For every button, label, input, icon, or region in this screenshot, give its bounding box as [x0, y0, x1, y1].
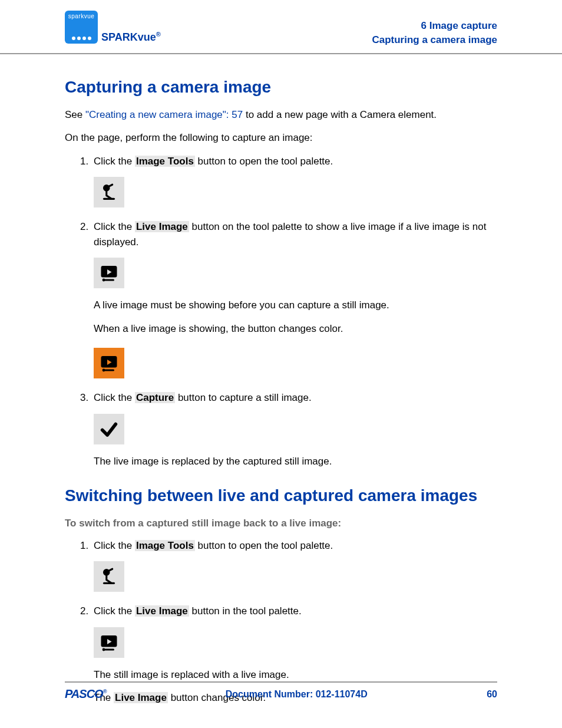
- capture-label: Capture: [135, 392, 175, 403]
- text: See: [65, 109, 85, 120]
- svg-point-13: [103, 648, 105, 651]
- image-tools-label: Image Tools: [135, 156, 195, 167]
- section1-intro2: On the page, perform the following to ca…: [65, 130, 497, 146]
- text: button to capture a still image.: [175, 392, 312, 403]
- svg-point-4: [103, 279, 105, 282]
- section1-intro: See "Creating a new camera image": 57 to…: [65, 107, 497, 123]
- image-tools-label: Image Tools: [135, 540, 195, 551]
- pasco-logo: PASCO®: [65, 687, 106, 701]
- topic-line: Capturing a camera image: [372, 33, 497, 47]
- product-name: SPARKvue®: [101, 31, 161, 44]
- svg-rect-7: [104, 370, 114, 371]
- document-number: Document Number: 012-11074D: [226, 689, 368, 700]
- image-tools-icon: [94, 177, 124, 207]
- live-image-active-icon: [94, 348, 124, 378]
- live-image-label: Live Image: [135, 605, 189, 617]
- text: Click the: [94, 156, 135, 167]
- sparkvue-logo: sparkvue: [65, 11, 98, 44]
- svg-point-8: [103, 369, 105, 372]
- image-tools-icon: [94, 561, 124, 592]
- text: to add a new page with a Camera element.: [243, 109, 437, 120]
- chapter-line: 6 Image capture: [372, 19, 497, 33]
- step-1: Click the Image Tools button to open the…: [91, 154, 497, 214]
- page-footer: PASCO® Document Number: 012-11074D 60: [65, 681, 497, 701]
- step-2: Click the Live Image button on the tool …: [91, 219, 497, 384]
- logo-text: sparkvue: [65, 13, 98, 19]
- text: Click the: [94, 392, 135, 403]
- cross-reference-link[interactable]: "Creating a new camera image": 57: [85, 109, 243, 120]
- step2-note1: The still image is replaced with a live …: [94, 667, 497, 683]
- text: button to open the tool palette.: [195, 156, 333, 167]
- section1-title: Capturing a camera image: [65, 78, 497, 97]
- brand-text: PASCO: [65, 687, 103, 700]
- svg-rect-3: [104, 279, 114, 281]
- text: button to open the tool palette.: [195, 540, 333, 551]
- section2-title: Switching between live and captured came…: [65, 486, 497, 505]
- svg-rect-12: [104, 648, 114, 650]
- page-content: Capturing a camera image See "Creating a…: [0, 54, 562, 706]
- section2-steps: Click the Image Tools button to open the…: [65, 538, 497, 706]
- header-right: 6 Image capture Capturing a camera image: [372, 11, 497, 47]
- text: button in the tool palette.: [189, 605, 302, 617]
- step2-note2: When a live image is showing, the button…: [94, 321, 497, 337]
- live-image-label: Live Image: [135, 221, 189, 232]
- registered-mark: ®: [156, 31, 161, 38]
- text: Click the: [94, 221, 135, 232]
- document-page: sparkvue SPARKvue® 6 Image capture Captu…: [0, 0, 562, 728]
- step-3: Click the Capture button to capture a st…: [91, 390, 497, 469]
- logo-dots-icon: [65, 37, 98, 40]
- live-image-icon: [94, 627, 124, 658]
- live-image-icon: [94, 258, 124, 288]
- header-left: sparkvue SPARKvue®: [65, 11, 161, 44]
- section2-sub: To switch from a captured still image ba…: [65, 516, 497, 531]
- section1-steps: Click the Image Tools button to open the…: [65, 154, 497, 469]
- step2-note1: A live image must be showing before you …: [94, 298, 497, 313]
- page-header: sparkvue SPARKvue® 6 Image capture Captu…: [0, 0, 562, 54]
- text: Click the: [94, 605, 135, 617]
- step3-note: The live image is replaced by the captur…: [94, 454, 497, 469]
- product-name-text: SPARKvue: [101, 31, 156, 43]
- step-1: Click the Image Tools button to open the…: [91, 538, 497, 598]
- registered-mark: ®: [103, 689, 107, 694]
- page-number: 60: [487, 689, 497, 700]
- text: Click the: [94, 540, 135, 551]
- capture-check-icon: [94, 414, 124, 444]
